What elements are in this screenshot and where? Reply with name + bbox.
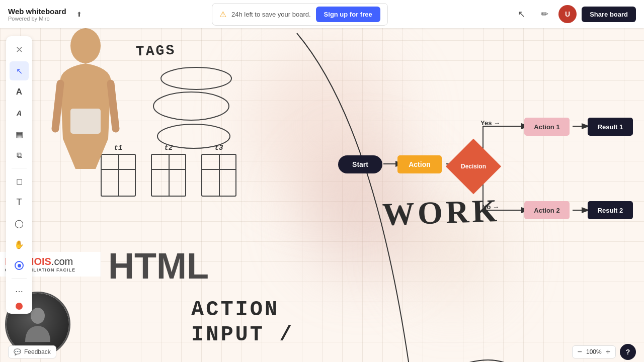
feedback-icon: 💬 xyxy=(14,348,21,355)
flowchart-action1: Action 1 xyxy=(524,118,570,136)
toolbar-divider-2 xyxy=(12,278,27,279)
flowchart-start: Start xyxy=(338,155,382,173)
eraser-button[interactable]: ◻ xyxy=(10,171,29,191)
action1-label: Action 1 xyxy=(534,123,559,131)
pin-dot-icon xyxy=(18,264,21,267)
cursor-icon: ↖ xyxy=(518,9,525,20)
feedback-button[interactable]: 💬 Feedback xyxy=(8,345,56,358)
cursor-tool-button[interactable]: ↖ xyxy=(512,5,530,23)
flowchart-action: Action xyxy=(397,155,442,173)
signup-button[interactable]: Sign up for free xyxy=(316,7,380,22)
svg-point-8 xyxy=(161,67,231,89)
active-color-dot xyxy=(16,303,23,310)
work-text: WORK xyxy=(382,192,501,233)
canvas-area[interactable]: TAGS t1 t2 t3 Start A xyxy=(0,28,644,362)
close-icon: ✕ xyxy=(16,44,23,55)
select-icon: ↖ xyxy=(16,66,23,76)
table-label-2: t2 xyxy=(151,144,186,152)
pin-circle-icon xyxy=(15,261,24,270)
svg-point-11 xyxy=(70,28,101,63)
svg-rect-12 xyxy=(70,109,101,134)
zoom-in-button[interactable]: + xyxy=(606,348,610,356)
comment-icon: ✏ xyxy=(541,9,548,20)
table-button[interactable]: ▦ xyxy=(10,125,29,144)
more-tools-button[interactable]: ⋯ xyxy=(10,282,29,301)
text-icon: T xyxy=(17,197,22,208)
table-shape-3 xyxy=(201,154,236,197)
table-label-3: t3 xyxy=(201,144,236,152)
person-svg xyxy=(50,28,121,169)
notice-text: 24h left to save your board. xyxy=(231,11,311,18)
help-button[interactable]: ? xyxy=(620,344,636,360)
pin-button[interactable] xyxy=(10,256,29,275)
table-sketch-2: t2 xyxy=(151,144,186,197)
select-tool-button[interactable]: ↖ xyxy=(10,61,29,80)
stamp-icon: ⧉ xyxy=(17,151,22,160)
svg-point-13 xyxy=(31,308,45,324)
flowchart-action2: Action 2 xyxy=(524,201,570,219)
share-board-button[interactable]: Share board xyxy=(582,7,636,22)
tags-ovals xyxy=(146,58,247,149)
result1-label: Result 1 xyxy=(598,123,623,131)
topbar-left: Web whiteboard Powered by Miro ⬆ xyxy=(8,6,88,22)
start-label: Start xyxy=(352,160,368,168)
left-toolbar: ✕ ↖ A A ▦ ⧉ ◻ T ◯ ✋ ⋯ xyxy=(6,36,32,314)
topbar-right: ↖ ✏ U Share board xyxy=(512,5,636,23)
app-title-block: Web whiteboard Powered by Miro xyxy=(8,7,66,22)
action-text: ACTION xyxy=(191,298,279,322)
bottombar-right: − 100% + ? xyxy=(572,344,636,360)
yes-label: Yes → xyxy=(480,119,500,127)
warning-icon: ⚠ xyxy=(219,10,226,19)
text-style-icon: A xyxy=(16,87,22,97)
powered-by: Powered by Miro xyxy=(8,16,66,22)
table-shape-2 xyxy=(151,154,186,197)
app-title: Web whiteboard xyxy=(8,7,66,16)
tags-section: TAGS xyxy=(136,43,176,59)
feedback-label: Feedback xyxy=(24,348,51,355)
text-button[interactable]: T xyxy=(10,193,29,212)
svg-point-9 xyxy=(153,92,229,120)
action-label: Action xyxy=(409,160,431,168)
lasso-button[interactable]: ◯ xyxy=(10,214,29,233)
table-sketches-area: t1 t2 t3 xyxy=(101,144,236,197)
bottombar: 💬 Feedback − 100% + ? xyxy=(0,342,644,362)
brand-domain: .com xyxy=(51,256,73,267)
table-icon: ▦ xyxy=(16,130,23,139)
table-sketch-3: t3 xyxy=(201,144,236,197)
eraser-icon: ◻ xyxy=(16,176,23,186)
text-style-button[interactable]: A xyxy=(10,82,29,102)
person-image xyxy=(50,28,121,169)
hand-icon: ✋ xyxy=(14,240,24,249)
more-icon: ⋯ xyxy=(15,287,23,296)
zoom-out-button[interactable]: − xyxy=(578,348,582,356)
lasso-icon: ◯ xyxy=(15,219,24,228)
hand-button[interactable]: ✋ xyxy=(10,235,29,254)
hand-text-icon: A xyxy=(17,109,22,117)
action2-label: Action 2 xyxy=(534,207,559,214)
tags-title: TAGS xyxy=(135,43,176,60)
user-avatar[interactable]: U xyxy=(558,5,577,23)
comment-button[interactable]: ✏ xyxy=(535,5,553,23)
flowchart-decision-label: Decision xyxy=(454,147,493,186)
export-button[interactable]: ⬆ xyxy=(71,6,88,22)
toolbar-divider xyxy=(12,168,27,168)
result2-label: Result 2 xyxy=(598,207,623,214)
html-text: HTML xyxy=(108,245,209,287)
zoom-level: 100% xyxy=(586,348,602,355)
topbar: Web whiteboard Powered by Miro ⬆ ⚠ 24h l… xyxy=(0,0,644,28)
topbar-center-notice: ⚠ 24h left to save your board. Sign up f… xyxy=(212,3,388,26)
zoom-controls: − 100% + xyxy=(572,345,616,358)
hand-text-button[interactable]: A xyxy=(10,104,29,123)
flowchart-result1: Result 1 xyxy=(588,118,633,136)
stamp-button[interactable]: ⧉ xyxy=(10,146,29,165)
export-icon: ⬆ xyxy=(76,11,82,18)
close-tool-button[interactable]: ✕ xyxy=(10,40,29,59)
flowchart-result2: Result 2 xyxy=(588,201,633,219)
